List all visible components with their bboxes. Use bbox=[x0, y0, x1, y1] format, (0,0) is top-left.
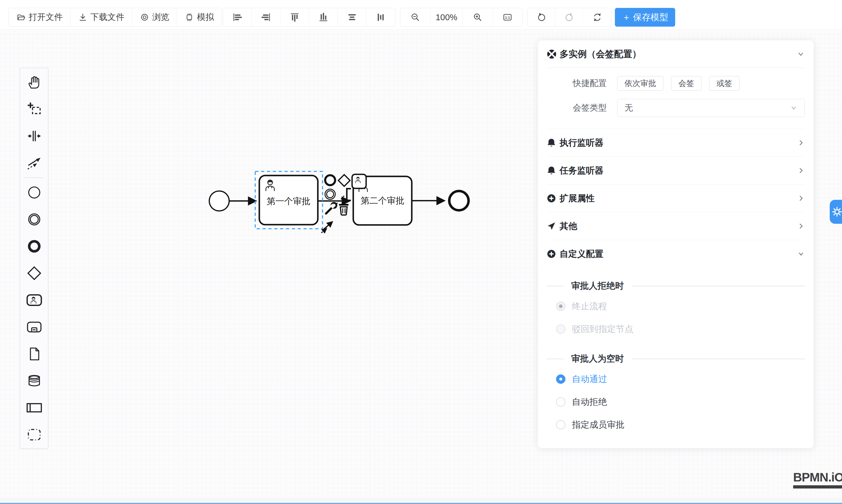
zoom-in-icon bbox=[473, 12, 483, 22]
sign-type-select[interactable]: 无 bbox=[617, 99, 805, 117]
bpmn-io-logo-underline bbox=[793, 485, 842, 488]
zoom-out-icon bbox=[410, 12, 420, 22]
zoom-level-indicator: 100% bbox=[431, 8, 463, 26]
radio-terminate-process[interactable]: 终止流程 bbox=[556, 295, 805, 318]
chevron-down-icon bbox=[797, 250, 805, 258]
align-bottom-icon bbox=[318, 12, 328, 22]
quick-config-label: 快捷配置 bbox=[547, 77, 607, 89]
undo-button[interactable] bbox=[528, 8, 556, 26]
radio-icon bbox=[556, 397, 565, 407]
quick-config-row: 快捷配置 依次审批 会签 或签 bbox=[547, 76, 805, 91]
section-custom-config[interactable]: 自定义配置 bbox=[547, 240, 805, 268]
align-bottom-button[interactable] bbox=[309, 8, 338, 26]
section-extended-properties[interactable]: 扩展属性 bbox=[547, 184, 805, 212]
multi-instance-icon bbox=[547, 49, 557, 59]
save-model-button[interactable]: ＋ 保存模型 bbox=[615, 8, 675, 26]
bpmn-io-logo[interactable]: BPMN.iO bbox=[793, 470, 842, 488]
align-top-icon bbox=[290, 12, 300, 22]
chevron-down-icon[interactable] bbox=[796, 50, 805, 58]
folder-open-icon bbox=[16, 13, 26, 22]
create-start-event[interactable] bbox=[21, 179, 48, 206]
radio-assign-member[interactable]: 指定成员审批 bbox=[556, 413, 805, 436]
panel-header[interactable]: 多实例（会签配置） bbox=[547, 40, 805, 68]
radio-icon bbox=[556, 324, 565, 334]
bottom-strip bbox=[0, 499, 842, 503]
create-gateway[interactable] bbox=[21, 260, 48, 287]
radio-icon bbox=[556, 302, 565, 311]
undo-icon bbox=[537, 12, 546, 22]
align-right-button[interactable] bbox=[252, 8, 280, 26]
bpmn-io-logo-text: BPMN.iO bbox=[793, 470, 842, 484]
radio-icon bbox=[556, 374, 565, 384]
download-file-label: 下载文件 bbox=[90, 12, 124, 23]
quick-option-countersign[interactable]: 会签 bbox=[671, 76, 702, 91]
hand-tool[interactable] bbox=[21, 69, 48, 96]
simulate-label: 模拟 bbox=[197, 12, 214, 23]
chevron-down-icon bbox=[790, 104, 797, 112]
open-file-label: 打开文件 bbox=[29, 12, 63, 23]
preview-button[interactable]: 浏览 bbox=[132, 8, 177, 26]
create-data-object[interactable] bbox=[21, 341, 48, 367]
chip-icon bbox=[185, 13, 194, 22]
space-tool-icon bbox=[27, 128, 42, 144]
properties-panel: 多实例（会签配置） 快捷配置 依次审批 会签 或签 会签类型 无 bbox=[538, 40, 813, 448]
zoom-out-button[interactable] bbox=[400, 8, 431, 26]
create-data-store[interactable] bbox=[21, 367, 48, 394]
view-scope-icon bbox=[140, 13, 149, 22]
chevron-right-icon bbox=[797, 195, 805, 202]
align-center-vertical-icon bbox=[376, 12, 386, 22]
element-palette bbox=[20, 68, 48, 449]
radio-icon bbox=[556, 420, 565, 429]
create-group[interactable] bbox=[21, 421, 48, 448]
zoom-tool-group: 100% 1:1 bbox=[400, 8, 522, 26]
align-left-button[interactable] bbox=[223, 8, 252, 26]
reset-button[interactable] bbox=[583, 8, 611, 26]
gear-icon bbox=[832, 206, 842, 217]
quick-option-orsign[interactable]: 或签 bbox=[709, 76, 740, 91]
preview-label: 浏览 bbox=[152, 12, 169, 23]
radio-auto-reject[interactable]: 自动拒绝 bbox=[556, 391, 805, 413]
chevron-right-icon bbox=[797, 139, 805, 147]
save-model-label: 保存模型 bbox=[633, 12, 668, 23]
create-user-task[interactable] bbox=[21, 287, 48, 313]
space-tool[interactable] bbox=[21, 123, 48, 149]
bpmn-editor-app: 第一个审批 第二个审批 bbox=[0, 0, 842, 504]
create-participant[interactable] bbox=[21, 394, 48, 421]
align-tool-group bbox=[223, 8, 396, 26]
radio-auto-pass[interactable]: 自动通过 bbox=[556, 368, 805, 391]
create-subprocess[interactable] bbox=[21, 313, 48, 341]
multi-instance-form: 快捷配置 依次审批 会签 或签 会签类型 无 bbox=[547, 76, 805, 129]
section-task-listener[interactable]: 任务监听器 bbox=[547, 157, 805, 184]
download-file-button[interactable]: 下载文件 bbox=[71, 8, 132, 26]
lasso-tool[interactable] bbox=[21, 96, 48, 123]
connect-arrows-icon bbox=[27, 155, 42, 170]
open-file-button[interactable]: 打开文件 bbox=[9, 8, 71, 26]
align-center-vertical-button[interactable] bbox=[366, 8, 395, 26]
global-connect-tool[interactable] bbox=[21, 149, 48, 176]
bell-icon bbox=[547, 138, 556, 147]
download-icon bbox=[78, 13, 88, 22]
settings-tab[interactable] bbox=[830, 200, 842, 224]
simulate-button[interactable]: 模拟 bbox=[177, 8, 222, 26]
bottom-accent-line bbox=[0, 503, 842, 504]
create-intermediate-event[interactable] bbox=[21, 206, 48, 233]
redo-button[interactable] bbox=[556, 8, 583, 26]
quick-option-sequential[interactable]: 依次审批 bbox=[617, 76, 664, 91]
plus-icon: ＋ bbox=[622, 12, 631, 23]
approver-empty-heading: 审批人为空时 bbox=[547, 353, 805, 365]
section-other[interactable]: 其他 bbox=[547, 212, 805, 240]
zoom-in-button[interactable] bbox=[463, 8, 493, 26]
redo-icon bbox=[564, 12, 574, 22]
align-left-icon bbox=[232, 12, 242, 22]
chevron-right-icon bbox=[797, 222, 805, 230]
zoom-reset-button[interactable]: 1:1 bbox=[493, 8, 522, 26]
panel-title: 多实例（会签配置） bbox=[560, 48, 641, 60]
align-center-horizontal-button[interactable] bbox=[338, 8, 366, 26]
create-end-event[interactable] bbox=[21, 233, 48, 260]
align-top-button[interactable] bbox=[280, 8, 309, 26]
section-execution-listener[interactable]: 执行监听器 bbox=[547, 129, 805, 157]
history-tool-group bbox=[527, 8, 611, 26]
align-center-horizontal-icon bbox=[347, 12, 357, 22]
toolbar: 打开文件 下载文件 浏览 模 bbox=[0, 0, 842, 29]
radio-return-to-node[interactable]: 驳回到指定节点 bbox=[556, 318, 805, 341]
